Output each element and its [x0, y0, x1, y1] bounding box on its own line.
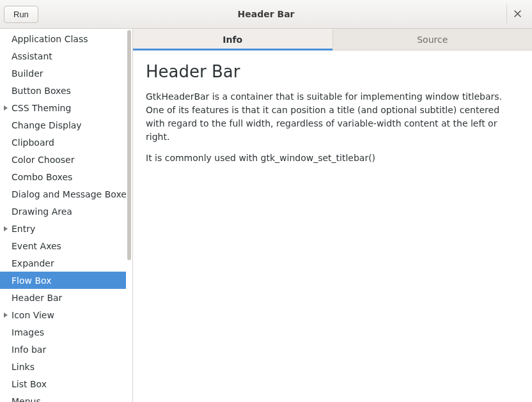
sidebar-item[interactable]: Application Class — [0, 30, 126, 47]
sidebar-item-label: Change Display — [12, 120, 82, 130]
sidebar-item[interactable]: Change Display — [0, 116, 126, 134]
sidebar-item[interactable]: Menus — [0, 392, 126, 402]
sidebar-item[interactable]: Links — [0, 358, 126, 375]
sidebar-item-label: CSS Theming — [12, 103, 71, 113]
sidebar-item-label: Info bar — [12, 344, 46, 355]
expander-icon[interactable] — [3, 226, 9, 232]
tab-label: Info — [223, 35, 242, 45]
sidebar-item[interactable]: Flow Box — [0, 272, 126, 289]
run-button[interactable]: Run — [4, 6, 38, 23]
sidebar-item[interactable]: Dialog and Message Boxes — [0, 185, 126, 203]
info-page: Header Bar GtkHeaderBar is a container t… — [133, 50, 532, 184]
sidebar: Application ClassAssistantBuilderButton … — [0, 29, 133, 402]
sidebar-item[interactable]: Assistant — [0, 47, 126, 65]
sidebar-item[interactable]: Color Chooser — [0, 151, 126, 168]
sidebar-item[interactable]: Entry — [0, 220, 126, 237]
sidebar-item-label: Header Bar — [12, 293, 62, 303]
sidebar-item-label: Application Class — [12, 34, 88, 44]
close-button[interactable] — [506, 4, 528, 24]
sidebar-item[interactable]: Combo Boxes — [0, 168, 126, 185]
sidebar-item[interactable]: CSS Theming — [0, 99, 126, 116]
sidebar-item-label: Links — [12, 362, 35, 372]
body: Application ClassAssistantBuilderButton … — [0, 29, 532, 402]
sidebar-item[interactable]: Expander — [0, 254, 126, 272]
sidebar-scrollbar[interactable] — [126, 29, 132, 402]
sidebar-item-label: Event Axes — [12, 241, 61, 251]
sidebar-item[interactable]: Images — [0, 323, 126, 341]
sidebar-item-label: Button Boxes — [12, 86, 71, 96]
content-area: InfoSource Header Bar GtkHeaderBar is a … — [133, 29, 532, 402]
window-title: Header Bar — [0, 9, 532, 19]
sidebar-item-label: Clipboard — [12, 137, 54, 148]
sidebar-item[interactable]: Info bar — [0, 341, 126, 358]
sidebar-item-label: Color Chooser — [12, 155, 74, 165]
sidebar-item[interactable]: Icon View — [0, 306, 126, 323]
sidebar-item-label: Combo Boxes — [12, 172, 72, 182]
sidebar-item-label: Dialog and Message Boxes — [12, 189, 126, 199]
sidebar-item[interactable]: Drawing Area — [0, 203, 126, 220]
app-window: Run Header Bar Application ClassAssistan… — [0, 0, 532, 402]
sidebar-item-label: List Box — [12, 379, 47, 389]
expander-icon[interactable] — [3, 312, 9, 318]
sidebar-item-label: Expander — [12, 258, 54, 268]
tab[interactable]: Info — [133, 29, 333, 50]
close-icon — [514, 8, 521, 20]
sidebar-item-label: Drawing Area — [12, 206, 72, 217]
sidebar-item-label: Menus — [12, 396, 41, 402]
sidebar-item[interactable]: Clipboard — [0, 134, 126, 151]
tab[interactable]: Source — [333, 29, 533, 50]
sidebar-item-label: Assistant — [12, 51, 52, 61]
sidebar-item-label: Builder — [12, 68, 43, 79]
sidebar-item[interactable]: Button Boxes — [0, 82, 126, 99]
sidebar-item-label: Entry — [12, 224, 35, 234]
tab-bar: InfoSource — [133, 29, 532, 50]
sidebar-item-label: Icon View — [12, 310, 54, 320]
sidebar-item[interactable]: Event Axes — [0, 237, 126, 254]
info-paragraph-1: GtkHeaderBar is a container that is suit… — [146, 90, 519, 144]
scrollbar-thumb[interactable] — [127, 30, 131, 260]
info-paragraph-2: It is commonly used with gtk_window_set_… — [146, 151, 519, 165]
page-heading: Header Bar — [146, 62, 519, 81]
sidebar-item-label: Flow Box — [12, 275, 51, 286]
sidebar-item[interactable]: List Box — [0, 375, 126, 392]
sidebar-item[interactable]: Builder — [0, 65, 126, 82]
expander-icon[interactable] — [3, 105, 9, 111]
sidebar-list[interactable]: Application ClassAssistantBuilderButton … — [0, 29, 126, 402]
sidebar-item[interactable]: Header Bar — [0, 289, 126, 306]
sidebar-item-label: Images — [12, 327, 44, 337]
tab-label: Source — [417, 35, 448, 45]
header-bar: Run Header Bar — [0, 0, 532, 29]
